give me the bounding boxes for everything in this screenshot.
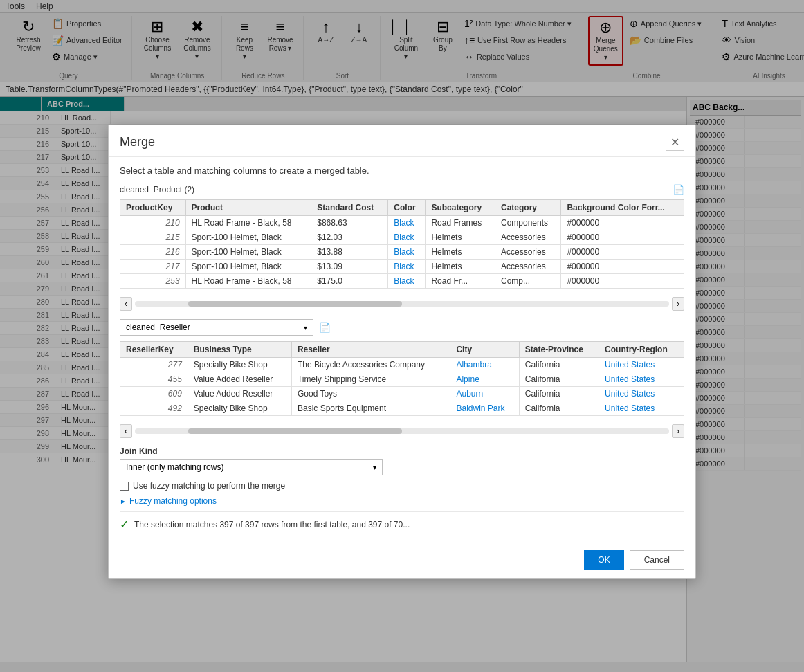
top-scroll-right[interactable]: ›: [672, 297, 684, 311]
col-resellerkey: ResellerKey: [120, 342, 188, 358]
bottom-scroll-right[interactable]: ›: [672, 424, 684, 438]
modal-title: Merge: [120, 135, 155, 149]
table-row: 492 Specialty Bike Shop Basic Sports Equ…: [120, 401, 684, 416]
bottom-scroll-thumb[interactable]: [188, 428, 402, 434]
status-check-icon: ✓: [120, 518, 129, 531]
chevron-right-icon: ►: [120, 498, 127, 505]
fuzzy-matching-row: Use fuzzy matching to perform the merge: [120, 481, 684, 491]
bottom-table-head: ResellerKey Business Type Reseller City …: [120, 342, 684, 358]
copy-icon-2[interactable]: 📄: [319, 322, 331, 333]
top-scroll-track[interactable]: [135, 301, 669, 307]
table-row: 609 Value Added Reseller Good Toys Aubur…: [120, 387, 684, 401]
bottom-scroll-track[interactable]: [135, 428, 669, 434]
fuzzy-label: Use fuzzy matching to perform the merge: [133, 481, 285, 491]
table-row: 216 Sport-100 Helmet, Black $13.88 Black…: [120, 245, 684, 260]
table-row: 277 Specialty Bike Shop The Bicycle Acce…: [120, 358, 684, 372]
top-table-body: 210 HL Road Frame - Black, 58 $868.63 Bl…: [120, 216, 684, 289]
bottom-scroll-nav: ‹ ›: [120, 421, 684, 441]
join-kind-section-label: Join Kind: [120, 446, 684, 456]
status-row: ✓ The selection matches 397 of 397 rows …: [120, 511, 684, 536]
bottom-merge-table: ResellerKey Business Type Reseller City …: [120, 341, 684, 416]
top-table-header-row: ProductKey Product Standard Cost Color S…: [120, 200, 684, 216]
top-merge-table: ProductKey Product Standard Cost Color S…: [120, 199, 684, 289]
bottom-table-body: 277 Specialty Bike Shop The Bicycle Acce…: [120, 358, 684, 416]
modal-header: Merge ✕: [109, 125, 695, 157]
fuzzy-options-label: Fuzzy matching options: [129, 496, 217, 506]
modal-body: Select a table and matching columns to c…: [109, 157, 695, 545]
bottom-table-dropdown[interactable]: cleaned_Reseller ▾: [120, 319, 313, 336]
col-productkey: ProductKey: [120, 200, 186, 216]
table-row: 253 HL Road Frame - Black, 58 $175.0 Bla…: [120, 274, 684, 289]
col-standard-cost: Standard Cost: [311, 200, 388, 216]
col-category: Category: [495, 200, 561, 216]
col-state: State-Province: [519, 342, 599, 358]
fuzzy-checkbox[interactable]: [120, 482, 129, 491]
col-city: City: [450, 342, 519, 358]
top-scroll-nav: ‹ ›: [120, 294, 684, 314]
col-bg-color: Background Color Forr...: [561, 200, 684, 216]
top-scroll-thumb[interactable]: [188, 301, 402, 307]
bottom-table-header-row: ResellerKey Business Type Reseller City …: [120, 342, 684, 358]
modal-footer: OK Cancel: [109, 545, 695, 578]
col-product: Product: [185, 200, 311, 216]
modal-overlay: Merge ✕ Select a table and matching colu…: [0, 0, 804, 672]
dropdown-arrow-icon: ▾: [304, 324, 307, 332]
col-country: Country-Region: [599, 342, 684, 358]
join-dropdown-arrow-icon: ▾: [373, 464, 376, 471]
table-row: 217 Sport-100 Helmet, Black $13.09 Black…: [120, 260, 684, 274]
table-row: 455 Value Added Reseller Timely Shipping…: [120, 372, 684, 387]
join-kind-dropdown[interactable]: Inner (only matching rows) ▾: [120, 459, 383, 475]
top-table-head: ProductKey Product Standard Cost Color S…: [120, 200, 684, 216]
col-reseller: Reseller: [291, 342, 450, 358]
top-scroll-left[interactable]: ‹: [120, 297, 132, 311]
top-table-label: cleaned_Product (2) 📄: [120, 184, 684, 195]
cancel-button[interactable]: Cancel: [630, 550, 684, 570]
modal-description: Select a table and matching columns to c…: [120, 165, 684, 176]
bottom-table-dropdown-row: cleaned_Reseller ▾ 📄: [120, 319, 684, 336]
modal-close-button[interactable]: ✕: [666, 134, 684, 151]
bottom-table-scroll: ResellerKey Business Type Reseller City …: [120, 341, 684, 441]
ok-button[interactable]: OK: [584, 550, 623, 570]
fuzzy-options-toggle[interactable]: ► Fuzzy matching options: [120, 496, 684, 506]
status-text: The selection matches 397 of 397 rows fr…: [134, 520, 684, 529]
top-table-scroll: ProductKey Product Standard Cost Color S…: [120, 199, 684, 314]
table-row: 215 Sport-100 Helmet, Black $12.03 Black…: [120, 230, 684, 245]
col-business-type: Business Type: [188, 342, 291, 358]
copy-icon[interactable]: 📄: [673, 184, 684, 195]
bottom-scroll-left[interactable]: ‹: [120, 424, 132, 438]
col-subcategory: Subcategory: [426, 200, 495, 216]
col-color: Color: [388, 200, 426, 216]
table-row: 210 HL Road Frame - Black, 58 $868.63 Bl…: [120, 216, 684, 230]
merge-dialog: Merge ✕ Select a table and matching colu…: [108, 125, 696, 579]
